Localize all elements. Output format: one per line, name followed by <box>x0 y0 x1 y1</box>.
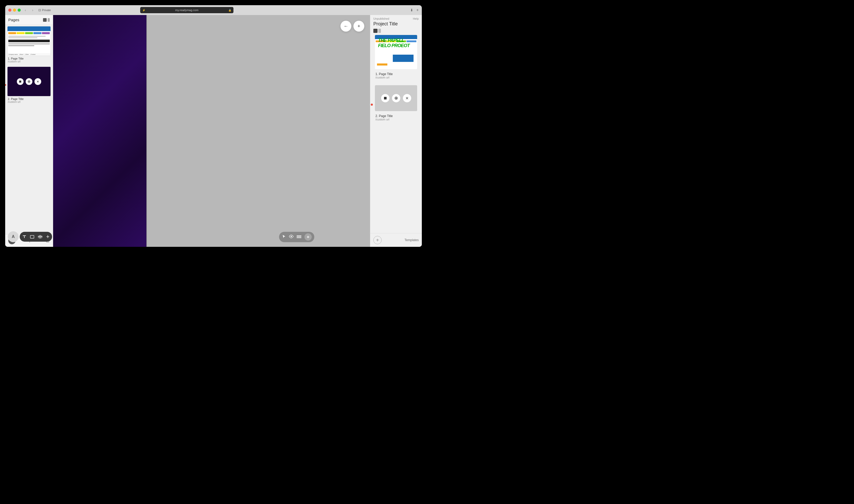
pages-view-grid-icon[interactable] <box>43 18 47 22</box>
canvas-divider <box>146 15 147 247</box>
right-page-title-1: 1. Page Title <box>375 72 416 76</box>
address-text: my.readymag.com <box>147 8 227 12</box>
right-page-info-2: 2. Page Title /custom url <box>372 113 420 124</box>
svg-point-2 <box>29 81 30 82</box>
download-icon[interactable]: ⬇ <box>410 8 413 12</box>
page-url-2: /custom url <box>8 101 50 103</box>
svg-point-16 <box>395 97 397 99</box>
right-toolbar-group <box>279 232 314 242</box>
thumb-nav-row: Company name | About | Other | Contact <box>7 53 51 56</box>
rth-title-text: THe PaPellFIeLO PROeOT <box>378 38 410 49</box>
browser-actions: ⬇ + <box>410 8 419 13</box>
canvas-right <box>146 15 370 247</box>
maximize-button[interactable] <box>18 8 21 12</box>
user-avatar[interactable]: A <box>8 231 19 242</box>
right-add-button[interactable]: + <box>373 236 382 244</box>
outer-wrapper: ‹ › ⊡ Private ⚡ my.readymag.com 🔒 ⬇ + <box>0 0 427 252</box>
right-panel-footer: + Templates <box>370 233 422 247</box>
thumb-text-row <box>7 35 51 39</box>
pages-panel: Pages <box>5 15 53 247</box>
pages-header-actions <box>43 18 50 22</box>
right-page-url-2: /custom url <box>375 118 416 121</box>
right-thumb-close-btn[interactable] <box>403 94 411 102</box>
menu-tool-icon[interactable] <box>297 235 301 239</box>
right-thumbnail-2 <box>375 85 417 111</box>
address-bar[interactable]: ⚡ my.readymag.com 🔒 <box>140 7 233 13</box>
thumb-nav-contact: | Contact <box>30 54 35 55</box>
browser-window: ‹ › ⊡ Private ⚡ my.readymag.com 🔒 ⬇ + <box>5 5 422 247</box>
help-button[interactable]: Help <box>413 17 419 20</box>
right-active-dot <box>371 104 373 106</box>
page-thumbnail-1: Company name | About | Other | Contact <box>7 26 51 56</box>
layers-tool-icon[interactable] <box>38 235 42 238</box>
view-grid-button[interactable] <box>373 29 377 33</box>
right-panel-header: Unpublished Help <box>370 15 422 21</box>
thumb-record-btn[interactable] <box>26 78 32 85</box>
bottom-toolbar-right <box>279 232 314 242</box>
thumb-tag-green <box>25 32 33 34</box>
thumb-nav-about: | About <box>19 54 23 55</box>
view-list-button[interactable] <box>378 29 381 33</box>
page-info-2: 2. Page Title /custom url <box>7 97 51 103</box>
pages-list: Company name | About | Other | Contact <box>5 24 53 234</box>
thumb-line-1 <box>8 36 46 37</box>
right-panel-view-buttons <box>370 29 422 35</box>
browser-chrome: ‹ › ⊡ Private ⚡ my.readymag.com 🔒 ⬇ + <box>5 5 422 247</box>
page-item-2[interactable]: 2. Page Title /custom url <box>7 67 51 103</box>
canvas-back-button[interactable]: ← <box>340 21 351 32</box>
svg-point-8 <box>291 236 292 237</box>
svg-point-13 <box>308 237 308 237</box>
lock-icon: 🔒 <box>228 9 231 12</box>
right-panel-list: THe PaPellFIeLO PROeOT 1. Page Title <box>370 35 422 233</box>
pages-view-list-icon[interactable] <box>48 18 50 22</box>
canvas-forward-button[interactable]: + <box>353 21 364 32</box>
thumb-bold-bar <box>8 40 50 42</box>
right-page-url-1: /custom url <box>375 76 416 79</box>
right-page-item-2[interactable]: 2. Page Title /custom url <box>372 85 420 124</box>
right-page-info-1: 1. Page Title /custom url <box>372 71 420 82</box>
eye-tool-icon[interactable] <box>289 235 293 239</box>
right-page-item-1[interactable]: THe PaPellFIeLO PROeOT 1. Page Title <box>372 35 420 82</box>
rect-tool-icon[interactable] <box>30 235 34 238</box>
thumb-nav-other: | Other <box>25 54 29 55</box>
grid-tool-icon[interactable] <box>304 233 312 240</box>
private-label: ⊡ Private <box>38 8 51 12</box>
pages-header: Pages <box>5 15 53 24</box>
browser-content: Pages <box>5 15 422 247</box>
browser-titlebar: ‹ › ⊡ Private ⚡ my.readymag.com 🔒 ⬇ + <box>5 5 422 15</box>
svg-rect-7 <box>30 235 34 238</box>
right-thumbnail-1: THe PaPellFIeLO PROeOT <box>375 35 417 69</box>
pages-title: Pages <box>8 18 19 22</box>
thumb-close-btn[interactable] <box>34 78 41 85</box>
thumb-tags-row <box>7 32 51 35</box>
thumb-line-2 <box>8 37 37 38</box>
close-button[interactable] <box>8 8 12 12</box>
new-tab-icon[interactable]: + <box>416 8 419 13</box>
project-title: Project Title <box>370 21 422 29</box>
svg-rect-0 <box>19 80 21 83</box>
page-thumb-content-1: Company name | About | Other | Contact <box>7 26 51 56</box>
add-element-icon[interactable]: + <box>46 233 50 240</box>
project-status: Unpublished <box>373 17 389 20</box>
canvas-area: ← + <box>53 15 370 247</box>
right-templates-button[interactable]: Templates <box>405 238 419 242</box>
bottom-toolbar-left: A <box>8 231 52 242</box>
thumb-stop-btn[interactable] <box>17 78 23 85</box>
back-nav-button[interactable]: ‹ <box>23 7 28 13</box>
rth-orange-bar <box>377 64 387 66</box>
right-page-title-2: 2. Page Title <box>375 114 416 118</box>
right-panel: Unpublished Help Project Title <box>370 15 422 247</box>
thumb-thin-bar-2 <box>8 45 34 46</box>
pointer-tool-icon[interactable] <box>282 234 286 239</box>
minimize-button[interactable] <box>13 8 16 12</box>
forward-nav-button[interactable]: › <box>30 7 35 13</box>
right-thumb-record-btn[interactable] <box>392 94 400 102</box>
address-icon: ⚡ <box>142 9 145 12</box>
thumb-tag-purple <box>42 32 50 34</box>
thumb-thin-bar-1 <box>8 43 50 44</box>
page-item-1[interactable]: Company name | About | Other | Contact <box>7 26 51 63</box>
thumb-header-bar <box>7 26 51 31</box>
text-tool-icon[interactable] <box>22 235 26 239</box>
right-thumb-stop-btn[interactable] <box>381 94 389 102</box>
toolbar-group: + <box>20 232 52 241</box>
